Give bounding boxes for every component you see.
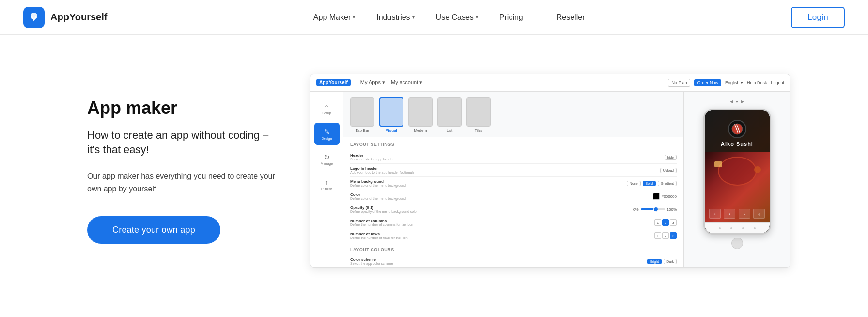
sc-setting-logo: Logo in header Add your logo to the app …: [350, 164, 677, 177]
hero-subtitle: How to create an app without coding – it…: [87, 128, 281, 157]
screenshot-topbar: AppYourself My Apps ▾ My account ▾ No Pl…: [310, 74, 790, 92]
hero-image: AppYourself My Apps ▾ My account ▾ No Pl…: [310, 69, 790, 272]
sc-theme-list: List: [437, 97, 462, 133]
app-screenshot: AppYourself My Apps ▾ My account ▾ No Pl…: [310, 74, 790, 268]
sc-themes: Tab-Bar Visual Modern List: [343, 92, 683, 137]
main-nav: App Maker ▾ Industries ▾ Use Cases ▾ Pri…: [107, 9, 790, 26]
nav-item-app-maker[interactable]: App Maker ▾: [305, 9, 364, 26]
sc-theme-modern: Modern: [408, 97, 433, 133]
sc-setting-columns: Number of columns Define the number of c…: [350, 216, 677, 229]
phone-screen: Aiko Sushi: [705, 110, 770, 233]
nav-item-reseller[interactable]: Reseller: [548, 9, 594, 26]
sc-setting-color: Color Define color of the menu backgroun…: [350, 190, 677, 203]
hero-title: App maker: [87, 97, 281, 118]
hero-section: App maker How to create an app without c…: [0, 35, 868, 306]
brand-logo-icon: [23, 7, 45, 28]
sc-sidebar-publish: ↑ Publish: [314, 173, 340, 195]
sc-setting-menu-bg: Menu background Define color of the menu…: [350, 177, 677, 190]
sc-phone-controls: ◀ ● ▶: [730, 99, 744, 104]
chevron-down-icon: ▾: [353, 15, 355, 20]
sc-theme-tabbar: Tab-Bar: [350, 97, 374, 133]
hero-description: Our app maker has everything you need to…: [87, 170, 281, 195]
hero-content: App maker How to create an app without c…: [87, 97, 281, 244]
nav-item-pricing[interactable]: Pricing: [491, 9, 532, 26]
sc-theme-tiles: Tiles: [466, 97, 491, 133]
sc-setting-rows: Number of rows Define the number of rows…: [350, 229, 677, 242]
screenshot-center: Tab-Bar Visual Modern List: [343, 92, 683, 268]
sc-sidebar-manage: ↻ Manage: [314, 148, 340, 170]
sc-setting-header: Header Show or hide the app header hide: [350, 151, 677, 164]
phone-home-button: [731, 238, 743, 249]
nav-item-use-cases[interactable]: Use Cases ▾: [427, 9, 487, 26]
sc-top-right: No Plan Order Now English ▾ Help Desk Lo…: [668, 79, 784, 87]
sc-sidebar-setup: ⌂ Setup: [314, 97, 340, 120]
sc-settings-panel: LAYOUT SETTINGS Header Show or hide the …: [343, 137, 683, 268]
screenshot-main: ⌂ Setup ✎ Design ↻ Manage ↑ Publish: [310, 92, 790, 268]
sc-logo: AppYourself: [316, 79, 351, 86]
screenshot-sidebar: ⌂ Setup ✎ Design ↻ Manage ↑ Publish: [310, 92, 343, 268]
sc-setting-opacity: Opacity (0-1) Define opacity of the menu…: [350, 203, 677, 216]
sc-phone-area: ◀ ● ▶: [683, 92, 790, 268]
phone-logo-area: Aiko Sushi: [705, 110, 770, 147]
phone-bottom-bar: [705, 222, 770, 233]
phone-restaurant-bg: Aiko Sushi: [705, 110, 770, 233]
nav-item-industries[interactable]: Industries ▾: [368, 9, 423, 26]
sc-setting-color-scheme: Color scheme Select the app color scheme…: [350, 255, 677, 268]
logo-area[interactable]: AppYourself: [23, 7, 107, 28]
sc-sidebar-design: ✎ Design: [314, 123, 340, 145]
phone-mockup: Aiko Sushi: [703, 109, 771, 235]
nav-divider: [540, 12, 540, 23]
sc-topbar-nav: My Apps ▾ My account ▾: [360, 79, 423, 86]
phone-restaurant-name: Aiko Sushi: [721, 141, 753, 147]
login-button[interactable]: Login: [791, 7, 845, 28]
sc-theme-visual: Visual: [379, 97, 403, 133]
brand-name: AppYourself: [50, 12, 107, 23]
chevron-down-icon: ▾: [412, 15, 415, 20]
header: AppYourself App Maker ▾ Industries ▾ Use…: [0, 0, 868, 35]
chevron-down-icon: ▾: [476, 15, 478, 20]
cta-button[interactable]: Create your own app: [87, 216, 220, 244]
